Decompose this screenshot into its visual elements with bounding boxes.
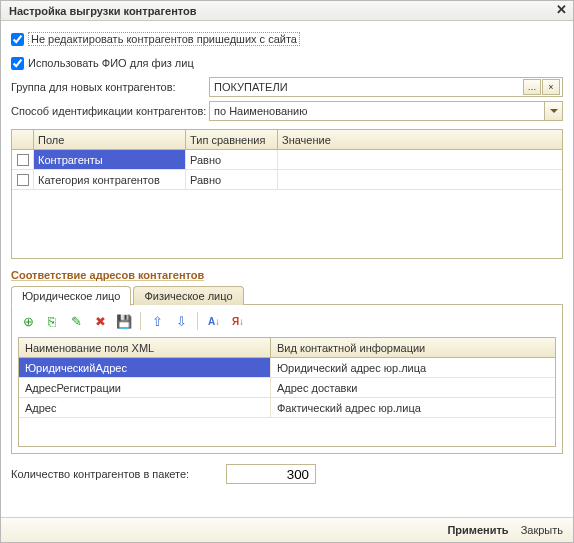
cell-kind[interactable]: Адрес доставки: [271, 378, 555, 397]
checkbox-use-fio-row: Использовать ФИО для физ лиц: [11, 53, 563, 73]
address-table: Наименование поля XML Вид контактной инф…: [18, 337, 556, 447]
address-table-header: Наименование поля XML Вид контактной инф…: [19, 338, 555, 358]
cell-kind[interactable]: Фактический адрес юр.лица: [271, 398, 555, 417]
tabs: Юридическое лицо Физическое лицо: [11, 283, 563, 305]
col-xml-header[interactable]: Наименование поля XML: [19, 338, 271, 357]
tab-panel: ⊕ ⎘ ✎ ✖ 💾 ⇧ ⇩ А↓ Я↓ Наименование поля XM…: [11, 305, 563, 454]
filter-table: Поле Тип сравнения Значение Контрагенты …: [11, 129, 563, 259]
address-table-body: ЮридическийАдрес Юридический адрес юр.ли…: [19, 358, 555, 418]
toolbar: ⊕ ⎘ ✎ ✖ 💾 ⇧ ⇩ А↓ Я↓: [18, 311, 556, 331]
separator: [140, 312, 141, 330]
row-value-cell[interactable]: [278, 170, 562, 189]
sort-asc-icon[interactable]: А↓: [204, 311, 224, 331]
close-button[interactable]: Закрыть: [521, 524, 563, 536]
cell-xml[interactable]: АдресРегистрации: [19, 378, 271, 397]
group-label: Группа для новых контрагентов:: [11, 81, 209, 93]
ident-combo[interactable]: по Наименованию: [209, 101, 563, 121]
group-row: Группа для новых контрагентов: ПОКУПАТЕЛ…: [11, 77, 563, 97]
checkbox-use-fio-label: Использовать ФИО для физ лиц: [28, 57, 194, 69]
row-field-cell[interactable]: Категория контрагентов: [34, 170, 186, 189]
table-row[interactable]: ЮридическийАдрес Юридический адрес юр.ли…: [19, 358, 555, 378]
col-field-header[interactable]: Поле: [34, 130, 186, 149]
checkbox-no-edit-site[interactable]: [11, 33, 24, 46]
move-up-icon[interactable]: ⇧: [147, 311, 167, 331]
row-value-cell[interactable]: [278, 150, 562, 169]
sort-desc-icon[interactable]: Я↓: [228, 311, 248, 331]
tab-legal[interactable]: Юридическое лицо: [11, 286, 131, 306]
tab-individual[interactable]: Физическое лицо: [133, 286, 243, 305]
row-compare-cell[interactable]: Равно: [186, 150, 278, 169]
apply-button[interactable]: Применить: [447, 524, 508, 536]
col-compare-header[interactable]: Тип сравнения: [186, 130, 278, 149]
checkbox-no-edit-label: Не редактировать контрагентов пришедших …: [28, 32, 300, 46]
dropdown-button[interactable]: [544, 102, 562, 120]
dialog-window: Настройка выгрузки контрагентов ✕ Не ред…: [0, 0, 574, 543]
section-title: Соответствие адресов контагентов: [11, 269, 563, 281]
ident-label: Способ идентификации контрагентов:: [11, 105, 209, 117]
row-checkbox-icon[interactable]: [17, 154, 29, 166]
col-value-header[interactable]: Значение: [278, 130, 562, 149]
titlebar: Настройка выгрузки контрагентов ✕: [1, 1, 573, 21]
checkbox-use-fio[interactable]: [11, 57, 24, 70]
cell-xml[interactable]: ЮридическийАдрес: [19, 358, 271, 377]
row-field-cell[interactable]: Контрагенты: [34, 150, 186, 169]
content-area: Не редактировать контрагентов пришедших …: [1, 21, 573, 517]
filter-table-header: Поле Тип сравнения Значение: [12, 130, 562, 150]
footer: Применить Закрыть: [1, 517, 573, 542]
cell-kind[interactable]: Юридический адрес юр.лица: [271, 358, 555, 377]
delete-icon[interactable]: ✖: [90, 311, 110, 331]
move-down-icon[interactable]: ⇩: [171, 311, 191, 331]
table-row[interactable]: Контрагенты Равно: [12, 150, 562, 170]
ellipsis-button[interactable]: …: [523, 79, 541, 95]
packet-input[interactable]: [226, 464, 316, 484]
clear-button[interactable]: ×: [542, 79, 560, 95]
cell-xml[interactable]: Адрес: [19, 398, 271, 417]
row-compare-cell[interactable]: Равно: [186, 170, 278, 189]
group-field[interactable]: ПОКУПАТЕЛИ … ×: [209, 77, 563, 97]
filter-table-body: Контрагенты Равно Категория контрагентов…: [12, 150, 562, 190]
save-icon[interactable]: 💾: [114, 311, 134, 331]
col-kind-header[interactable]: Вид контактной информации: [271, 338, 555, 357]
ident-row: Способ идентификации контрагентов: по На…: [11, 101, 563, 121]
add-icon[interactable]: ⊕: [18, 311, 38, 331]
row-checkbox-cell[interactable]: [12, 170, 34, 189]
chevron-down-icon: [550, 109, 558, 113]
ident-value: по Наименованию: [210, 105, 544, 117]
window-title: Настройка выгрузки контрагентов: [9, 5, 553, 17]
packet-row: Количество контрагентов в пакете:: [11, 464, 563, 484]
close-icon[interactable]: ✕: [553, 3, 569, 19]
row-checkbox-icon[interactable]: [17, 174, 29, 186]
row-checkbox-cell[interactable]: [12, 150, 34, 169]
packet-label: Количество контрагентов в пакете:: [11, 468, 226, 480]
table-row[interactable]: АдресРегистрации Адрес доставки: [19, 378, 555, 398]
copy-icon[interactable]: ⎘: [42, 311, 62, 331]
group-value: ПОКУПАТЕЛИ: [214, 81, 522, 93]
col-checkbox-header: [12, 130, 34, 149]
table-row[interactable]: Категория контрагентов Равно: [12, 170, 562, 190]
separator: [197, 312, 198, 330]
table-row[interactable]: Адрес Фактический адрес юр.лица: [19, 398, 555, 418]
checkbox-no-edit-row: Не редактировать контрагентов пришедших …: [11, 29, 563, 49]
edit-icon[interactable]: ✎: [66, 311, 86, 331]
